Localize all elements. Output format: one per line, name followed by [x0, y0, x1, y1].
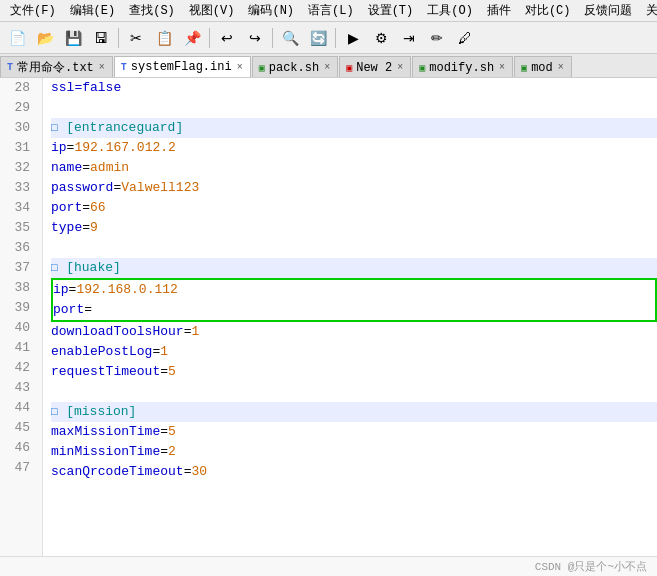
line-number-9: 37: [6, 258, 36, 278]
kv-eq-10: =: [69, 280, 77, 300]
line-number-12: 40: [6, 318, 36, 338]
code-line-12: downloadToolsHour=1: [51, 322, 657, 342]
line-number-10: 38: [6, 278, 36, 298]
kv-key-7: type: [51, 218, 82, 238]
kv-eq-13: =: [152, 342, 160, 362]
menu-item[interactable]: 工具(O): [421, 0, 479, 21]
editor: 2829303132333435363738394041424344454647…: [0, 78, 657, 576]
menu-item[interactable]: 设置(T): [362, 0, 420, 21]
toolbar: 📄 📂 💾 🖫 ✂ 📋 📌 ↩ ↪ 🔍 🔄 ▶ ⚙ ⇥ ✏ 🖊: [0, 22, 657, 54]
tab-close-4[interactable]: ×: [498, 62, 506, 73]
tab-close-2[interactable]: ×: [323, 62, 331, 73]
code-line-5: password=Valwell123: [51, 178, 657, 198]
line-number-11: 39: [6, 298, 36, 318]
toolbar-new[interactable]: 📄: [4, 25, 30, 51]
collapse-icon-16[interactable]: □: [51, 402, 64, 422]
kv-key-13: enablePostLog: [51, 342, 152, 362]
tab-close-3[interactable]: ×: [396, 62, 404, 73]
menu-item[interactable]: 编码(N): [242, 0, 300, 21]
menu-item[interactable]: 关于: [640, 0, 657, 21]
collapse-icon-2[interactable]: □: [51, 118, 64, 138]
section-name-16: [mission]: [66, 402, 136, 422]
toolbar-sep3: [272, 28, 273, 48]
tab-3[interactable]: ▣New 2×: [339, 56, 411, 78]
kv-val-6: 66: [90, 198, 106, 218]
kv-eq-4: =: [82, 158, 90, 178]
toolbar-save[interactable]: 💾: [60, 25, 86, 51]
tab-label-3: New 2: [356, 61, 392, 75]
menu-item[interactable]: 反馈问题: [578, 0, 638, 21]
kv-val-4: admin: [90, 158, 129, 178]
toolbar-indent[interactable]: ⇥: [396, 25, 422, 51]
kv-key-18: minMissionTime: [51, 442, 160, 462]
kv-val-13: 1: [160, 342, 168, 362]
toolbar-redo[interactable]: ↪: [242, 25, 268, 51]
menu-item[interactable]: 对比(C): [519, 0, 577, 21]
line-number-16: 44: [6, 398, 36, 418]
line-number-3: 31: [6, 138, 36, 158]
tab-close-0[interactable]: ×: [98, 62, 106, 73]
line-number-18: 46: [6, 438, 36, 458]
code-area[interactable]: ssl=false□ [entranceguard]ip=192.167.012…: [43, 78, 657, 556]
tab-icon-5: ▣: [521, 62, 527, 74]
kv-val-17: 5: [168, 422, 176, 442]
tab-close-5[interactable]: ×: [557, 62, 565, 73]
menu-item[interactable]: 语言(L): [302, 0, 360, 21]
toolbar-replace[interactable]: 🔄: [305, 25, 331, 51]
tab-close-1[interactable]: ×: [236, 62, 244, 73]
toolbar-copy[interactable]: 📋: [151, 25, 177, 51]
line-number-6: 34: [6, 198, 36, 218]
tab-icon-2: ▣: [259, 62, 265, 74]
kv-key-14: requestTimeout: [51, 362, 160, 382]
toolbar-sep1: [118, 28, 119, 48]
toolbar-open[interactable]: 📂: [32, 25, 58, 51]
tab-2[interactable]: ▣pack.sh×: [252, 56, 338, 78]
line-text-0: ssl=false: [51, 78, 121, 98]
toolbar-run[interactable]: ▶: [340, 25, 366, 51]
menu-item[interactable]: 插件: [481, 0, 517, 21]
kv-val-3: 192.167.012.2: [74, 138, 175, 158]
toolbar-edit[interactable]: ✏: [424, 25, 450, 51]
toolbar-paste[interactable]: 📌: [179, 25, 205, 51]
kv-val-18: 2: [168, 442, 176, 462]
toolbar-find[interactable]: 🔍: [277, 25, 303, 51]
kv-val-7: 9: [90, 218, 98, 238]
line-number-1: 29: [6, 98, 36, 118]
tab-4[interactable]: ▣modify.sh×: [412, 56, 513, 78]
tab-icon-4: ▣: [419, 62, 425, 74]
menu-item[interactable]: 文件(F): [4, 0, 62, 21]
kv-eq-12: =: [184, 322, 192, 342]
highlight-box: ip=192.168.0.112port=: [51, 278, 657, 322]
menu-item[interactable]: 视图(V): [183, 0, 241, 21]
kv-eq-5: =: [113, 178, 121, 198]
tab-label-5: mod: [531, 61, 553, 75]
kv-eq-3: =: [67, 138, 75, 158]
code-line-19: scanQrcodeTimeout=30: [51, 462, 657, 482]
tab-1[interactable]: TsystemFlag.ini×: [114, 56, 251, 78]
code-line-2: □ [entranceguard]: [51, 118, 657, 138]
toolbar-undo[interactable]: ↩: [214, 25, 240, 51]
menu-item[interactable]: 查找(S): [123, 0, 181, 21]
tab-icon-1: T: [121, 62, 127, 73]
code-line-7: type=9: [51, 218, 657, 238]
kv-val-14: 5: [168, 362, 176, 382]
section-name-9: [huake]: [66, 258, 121, 278]
tab-label-0: 常用命令.txt: [17, 59, 94, 76]
tab-5[interactable]: ▣mod×: [514, 56, 572, 78]
code-line-16: □ [mission]: [51, 402, 657, 422]
line-number-13: 41: [6, 338, 36, 358]
code-line-18: minMissionTime=2: [51, 442, 657, 462]
line-number-17: 45: [6, 418, 36, 438]
line-number-8: 36: [6, 238, 36, 258]
section-name-2: [entranceguard]: [66, 118, 183, 138]
toolbar-pencil[interactable]: 🖊: [452, 25, 478, 51]
line-number-5: 33: [6, 178, 36, 198]
toolbar-saveas[interactable]: 🖫: [88, 25, 114, 51]
toolbar-macro[interactable]: ⚙: [368, 25, 394, 51]
kv-eq-14: =: [160, 362, 168, 382]
tab-0[interactable]: T常用命令.txt×: [0, 56, 113, 78]
menu-item[interactable]: 编辑(E): [64, 0, 122, 21]
toolbar-cut[interactable]: ✂: [123, 25, 149, 51]
collapse-icon-9[interactable]: □: [51, 258, 64, 278]
code-line-17: maxMissionTime=5: [51, 422, 657, 442]
